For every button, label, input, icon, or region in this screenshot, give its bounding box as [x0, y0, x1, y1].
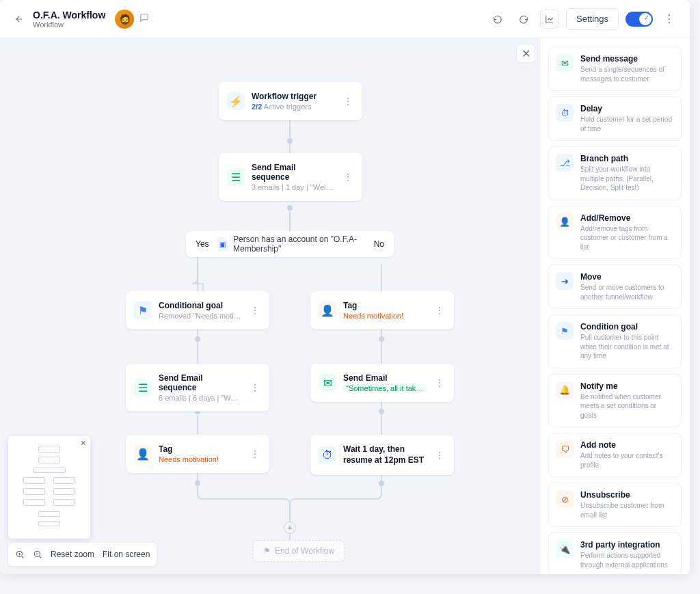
close-panel-button[interactable]: ✕: [516, 44, 535, 63]
action-unsubscribe[interactable]: ⊘ Unsubscribe Unsubscribe customer from …: [548, 483, 682, 527]
node-trigger[interactable]: ⚡ Workflow trigger 2/2 Active triggers ⋮: [219, 82, 362, 120]
action-description: Pull customer to this point when their c…: [580, 333, 674, 361]
action-icon: ⎇: [556, 154, 574, 172]
avatar[interactable]: 🧔: [115, 10, 134, 29]
goal-icon: ⚑: [134, 301, 152, 319]
comment-icon[interactable]: [139, 13, 149, 25]
node-menu-button[interactable]: ⋮: [433, 450, 446, 461]
connector-dot: [195, 336, 200, 342]
action-icon: ⚑: [556, 322, 574, 340]
action-3rd-party-integration[interactable]: 🔌 3rd party integration Perform actions …: [548, 532, 682, 574]
action-condition-goal[interactable]: ⚑ Condition goal Pull customer to this p…: [548, 314, 682, 368]
node-subtitle: 2/2 Active triggers: [252, 103, 335, 111]
workflow-title: O.F.A. Workflow: [33, 10, 105, 21]
node-menu-button[interactable]: ⋮: [433, 305, 446, 316]
action-delay[interactable]: ⏱ Delay Hold customer for a set period o…: [548, 96, 682, 141]
action-icon: ⊘: [556, 490, 574, 508]
node-title: Tag: [343, 301, 427, 310]
back-button[interactable]: [11, 11, 27, 27]
node-decision[interactable]: Yes ▣Person has an account on "O.F.A-Mem…: [186, 231, 394, 257]
workflow-subtitle: Workflow: [33, 21, 105, 29]
decision-yes-label: Yes: [196, 239, 209, 249]
decision-no-label: No: [374, 239, 384, 249]
connector-dot: [379, 409, 384, 414]
node-title: Send Email: [343, 373, 427, 383]
node-tag-2[interactable]: 👤 Tag Needs motivation! ⋮: [126, 435, 269, 473]
action-move[interactable]: ➜ Move Send or move customers to another…: [548, 265, 682, 309]
action-send-message[interactable]: ✉ Send message Send a single/sequences o…: [548, 46, 682, 91]
action-title: Add/Remove: [580, 213, 674, 223]
action-title: Add note: [580, 440, 674, 450]
action-icon: ✉: [556, 54, 574, 72]
node-subtitle: 3 emails | 1 day | "Welcome to O…": [252, 183, 335, 191]
node-menu-button[interactable]: ⋮: [249, 305, 261, 316]
action-icon: 🗨: [556, 440, 574, 458]
action-add-note[interactable]: 🗨 Add note Add notes to your contact's p…: [548, 433, 682, 477]
node-email-sequence[interactable]: ☰ Send Email sequence 3 emails | 1 day |…: [219, 153, 362, 201]
bolt-icon: ⚡: [227, 92, 245, 110]
layers-icon: ☰: [134, 379, 152, 396]
fit-screen-button[interactable]: Fit on screen: [103, 550, 150, 559]
flow-area[interactable]: + ⚡ Workflow trigger 2/2 Active triggers…: [0, 38, 539, 574]
actions-sidebar: ✉ Send message Send a single/sequences o…: [539, 38, 690, 574]
undo-button[interactable]: [488, 10, 507, 29]
action-add-remove[interactable]: 👤 Add/Remove Add/remove tags from custom…: [548, 206, 682, 260]
end-of-workflow[interactable]: ⚑ End of Workflow: [253, 540, 345, 562]
workflow-canvas[interactable]: ✕ ✉ Send message Send a single/sequences…: [0, 38, 690, 574]
envelope-icon: ✉: [319, 374, 336, 392]
action-description: Add/remove tags from customer or custome…: [580, 224, 674, 252]
clock-icon: ⏱: [319, 446, 336, 464]
redo-button[interactable]: [514, 10, 533, 29]
node-title: Wait 1 day, then resume at 12pm EST: [343, 444, 427, 465]
action-icon: 👤: [556, 213, 574, 231]
minimap[interactable]: ✕: [8, 436, 90, 539]
close-minimap-button[interactable]: ✕: [80, 439, 86, 448]
action-title: Branch path: [580, 154, 674, 163]
action-title: 3rd party integration: [580, 540, 674, 550]
node-title: Tag: [159, 444, 242, 454]
reset-zoom-button[interactable]: Reset zoom: [51, 550, 94, 559]
more-menu-button[interactable]: ⋮: [660, 10, 679, 29]
connector-dot: [287, 205, 293, 211]
node-tag[interactable]: 👤 Tag Needs motivation! ⋮: [310, 291, 454, 329]
action-notify-me[interactable]: 🔔 Notify me Be notified when customer me…: [548, 374, 682, 428]
node-menu-button[interactable]: ⋮: [433, 377, 446, 388]
tag-icon: 👤: [134, 445, 152, 463]
action-icon: 🔔: [556, 381, 574, 399]
action-description: Split your workflow into multiple paths.…: [580, 165, 674, 193]
action-title: Notify me: [580, 381, 674, 391]
node-subtitle: Removed "Needs motivation!" tag: [159, 312, 242, 320]
analytics-button[interactable]: [540, 10, 559, 29]
action-title: Delay: [580, 104, 674, 113]
node-title: Conditional goal: [159, 301, 242, 310]
action-title: Unsubscribe: [580, 490, 674, 500]
add-step-button[interactable]: +: [284, 522, 296, 534]
action-icon: ⏱: [556, 104, 574, 122]
action-description: Send a single/sequences of messages to c…: [580, 65, 674, 83]
zoom-in-button[interactable]: [15, 550, 25, 559]
layers-icon: ☰: [227, 168, 245, 186]
node-menu-button[interactable]: ⋮: [342, 172, 354, 183]
node-menu-button[interactable]: ⋮: [249, 448, 261, 459]
node-subtitle: Needs motivation!: [343, 312, 427, 320]
node-menu-button[interactable]: ⋮: [249, 382, 261, 393]
action-description: Send or move customers to another funnel…: [580, 283, 674, 301]
tag-icon: 👤: [319, 301, 336, 319]
flag-icon: ⚑: [263, 546, 271, 556]
zoom-out-button[interactable]: [33, 550, 42, 559]
node-wait[interactable]: ⏱ Wait 1 day, then resume at 12pm EST ⋮: [310, 435, 454, 475]
node-email-sequence-2[interactable]: ☰ Send Email sequence 6 emails | 6 days …: [126, 364, 269, 411]
active-toggle[interactable]: ✓: [625, 12, 653, 27]
node-title: Send Email sequence: [159, 373, 242, 392]
node-menu-button[interactable]: ⋮: [342, 96, 354, 107]
connector-dot: [379, 336, 384, 342]
node-conditional-goal[interactable]: ⚑ Conditional goal Removed "Needs motiva…: [126, 291, 269, 329]
action-branch-path[interactable]: ⎇ Branch path Split your workflow into m…: [548, 146, 682, 200]
action-title: Condition goal: [580, 322, 674, 332]
action-icon: ➜: [556, 272, 574, 290]
node-send-email[interactable]: ✉ Send Email "Sometimes, all it takes is…: [310, 364, 454, 402]
zoom-toolbar: Reset zoom Fit on screen: [8, 543, 157, 566]
node-subtitle: "Sometimes, all it takes is a first s…": [343, 384, 427, 392]
node-title: Send Email sequence: [252, 163, 335, 182]
settings-button[interactable]: Settings: [566, 8, 619, 30]
